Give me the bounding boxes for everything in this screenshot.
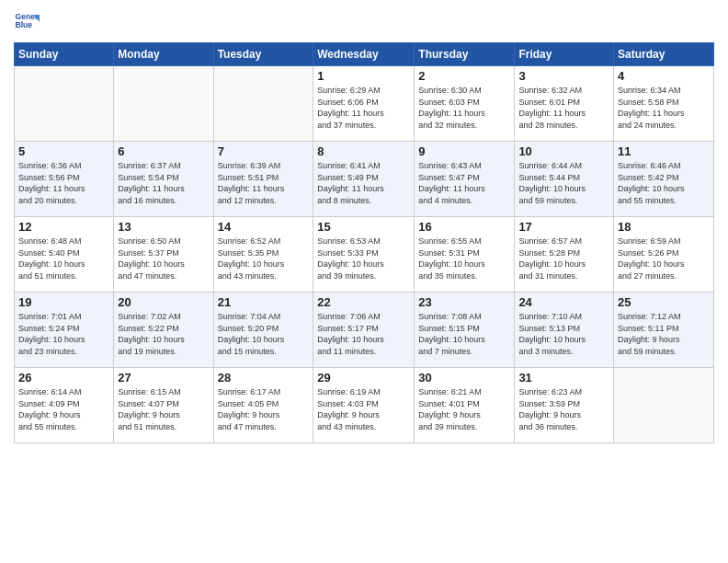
calendar-cell: 15Sunrise: 6:53 AM Sunset: 5:33 PM Dayli… [313, 217, 415, 293]
day-info: Sunrise: 6:29 AM Sunset: 6:06 PM Dayligh… [317, 85, 410, 131]
day-info: Sunrise: 6:32 AM Sunset: 6:01 PM Dayligh… [518, 85, 609, 131]
day-info: Sunrise: 6:57 AM Sunset: 5:28 PM Dayligh… [518, 236, 609, 282]
day-info: Sunrise: 6:39 AM Sunset: 5:51 PM Dayligh… [218, 160, 310, 206]
day-number: 7 [218, 144, 310, 158]
weekday-header-thursday: Thursday [415, 43, 515, 66]
day-number: 4 [618, 69, 710, 83]
day-number: 17 [518, 220, 609, 234]
logo: General Blue [14, 9, 40, 35]
day-info: Sunrise: 6:41 AM Sunset: 5:49 PM Dayligh… [317, 160, 410, 206]
day-number: 25 [618, 295, 710, 309]
calendar-week-row: 26Sunrise: 6:14 AM Sunset: 4:09 PM Dayli… [15, 368, 714, 443]
day-number: 31 [518, 371, 609, 385]
day-number: 27 [118, 371, 209, 385]
day-number: 29 [317, 371, 410, 385]
calendar-cell: 6Sunrise: 6:37 AM Sunset: 5:54 PM Daylig… [114, 142, 213, 217]
calendar-cell: 17Sunrise: 6:57 AM Sunset: 5:28 PM Dayli… [515, 217, 614, 293]
weekday-header-saturday: Saturday [614, 43, 714, 66]
day-number: 28 [218, 371, 310, 385]
day-info: Sunrise: 6:34 AM Sunset: 5:58 PM Dayligh… [618, 85, 710, 131]
day-info: Sunrise: 6:14 AM Sunset: 4:09 PM Dayligh… [18, 386, 109, 432]
day-number: 22 [317, 295, 410, 309]
day-info: Sunrise: 6:43 AM Sunset: 5:47 PM Dayligh… [418, 160, 510, 206]
day-info: Sunrise: 6:23 AM Sunset: 3:59 PM Dayligh… [518, 386, 609, 432]
day-number: 1 [317, 69, 410, 83]
day-number: 2 [418, 69, 510, 83]
calendar-cell: 24Sunrise: 7:10 AM Sunset: 5:13 PM Dayli… [515, 293, 614, 368]
day-info: Sunrise: 6:48 AM Sunset: 5:40 PM Dayligh… [18, 236, 109, 282]
day-info: Sunrise: 7:08 AM Sunset: 5:15 PM Dayligh… [418, 311, 510, 357]
day-info: Sunrise: 6:19 AM Sunset: 4:03 PM Dayligh… [317, 386, 410, 432]
calendar-cell [213, 66, 313, 142]
calendar-cell: 25Sunrise: 7:12 AM Sunset: 5:11 PM Dayli… [614, 293, 714, 368]
day-number: 20 [118, 295, 209, 309]
day-info: Sunrise: 7:04 AM Sunset: 5:20 PM Dayligh… [218, 311, 310, 357]
calendar-week-row: 1Sunrise: 6:29 AM Sunset: 6:06 PM Daylig… [15, 66, 714, 142]
day-number: 15 [317, 220, 410, 234]
calendar-page: General Blue SundayMondayTuesdayWednesda… [0, 0, 728, 563]
calendar-cell: 4Sunrise: 6:34 AM Sunset: 5:58 PM Daylig… [614, 66, 714, 142]
day-info: Sunrise: 6:59 AM Sunset: 5:26 PM Dayligh… [618, 236, 710, 282]
calendar-cell: 20Sunrise: 7:02 AM Sunset: 5:22 PM Dayli… [114, 293, 213, 368]
calendar-week-row: 5Sunrise: 6:36 AM Sunset: 5:56 PM Daylig… [15, 142, 714, 217]
calendar-cell: 16Sunrise: 6:55 AM Sunset: 5:31 PM Dayli… [415, 217, 515, 293]
calendar-cell: 11Sunrise: 6:46 AM Sunset: 5:42 PM Dayli… [614, 142, 714, 217]
day-number: 11 [618, 144, 710, 158]
day-info: Sunrise: 6:46 AM Sunset: 5:42 PM Dayligh… [618, 160, 710, 206]
weekday-header-sunday: Sunday [15, 43, 114, 66]
calendar-cell: 8Sunrise: 6:41 AM Sunset: 5:49 PM Daylig… [313, 142, 415, 217]
day-info: Sunrise: 6:30 AM Sunset: 6:03 PM Dayligh… [418, 85, 510, 131]
calendar-cell: 18Sunrise: 6:59 AM Sunset: 5:26 PM Dayli… [614, 217, 714, 293]
day-number: 8 [317, 144, 410, 158]
day-number: 30 [418, 371, 510, 385]
svg-text:Blue: Blue [16, 20, 33, 29]
calendar-cell: 27Sunrise: 6:15 AM Sunset: 4:07 PM Dayli… [114, 368, 213, 443]
day-info: Sunrise: 6:50 AM Sunset: 5:37 PM Dayligh… [118, 236, 209, 282]
calendar-table: SundayMondayTuesdayWednesdayThursdayFrid… [14, 42, 714, 443]
calendar-header: SundayMondayTuesdayWednesdayThursdayFrid… [15, 43, 714, 66]
day-info: Sunrise: 6:44 AM Sunset: 5:44 PM Dayligh… [518, 160, 609, 206]
day-info: Sunrise: 6:55 AM Sunset: 5:31 PM Dayligh… [418, 236, 510, 282]
day-info: Sunrise: 6:15 AM Sunset: 4:07 PM Dayligh… [118, 386, 209, 432]
day-number: 13 [118, 220, 209, 234]
day-info: Sunrise: 6:21 AM Sunset: 4:01 PM Dayligh… [418, 386, 510, 432]
calendar-week-row: 19Sunrise: 7:01 AM Sunset: 5:24 PM Dayli… [15, 293, 714, 368]
calendar-cell: 23Sunrise: 7:08 AM Sunset: 5:15 PM Dayli… [415, 293, 515, 368]
weekday-header-tuesday: Tuesday [213, 43, 313, 66]
calendar-cell: 2Sunrise: 6:30 AM Sunset: 6:03 PM Daylig… [415, 66, 515, 142]
calendar-cell: 14Sunrise: 6:52 AM Sunset: 5:35 PM Dayli… [213, 217, 313, 293]
day-info: Sunrise: 7:06 AM Sunset: 5:17 PM Dayligh… [317, 311, 410, 357]
logo-icon: General Blue [14, 9, 40, 35]
day-info: Sunrise: 7:12 AM Sunset: 5:11 PM Dayligh… [618, 311, 710, 357]
day-number: 6 [118, 144, 209, 158]
day-number: 21 [218, 295, 310, 309]
day-info: Sunrise: 6:36 AM Sunset: 5:56 PM Dayligh… [18, 160, 109, 206]
weekday-header-monday: Monday [114, 43, 213, 66]
day-number: 26 [18, 371, 109, 385]
calendar-cell: 7Sunrise: 6:39 AM Sunset: 5:51 PM Daylig… [213, 142, 313, 217]
calendar-cell: 26Sunrise: 6:14 AM Sunset: 4:09 PM Dayli… [15, 368, 114, 443]
calendar-week-row: 12Sunrise: 6:48 AM Sunset: 5:40 PM Dayli… [15, 217, 714, 293]
day-number: 18 [618, 220, 710, 234]
calendar-cell: 13Sunrise: 6:50 AM Sunset: 5:37 PM Dayli… [114, 217, 213, 293]
calendar-cell: 19Sunrise: 7:01 AM Sunset: 5:24 PM Dayli… [15, 293, 114, 368]
calendar-cell [114, 66, 213, 142]
day-number: 12 [18, 220, 109, 234]
day-number: 23 [418, 295, 510, 309]
day-info: Sunrise: 7:02 AM Sunset: 5:22 PM Dayligh… [118, 311, 209, 357]
day-number: 19 [18, 295, 109, 309]
calendar-cell: 9Sunrise: 6:43 AM Sunset: 5:47 PM Daylig… [415, 142, 515, 217]
day-number: 16 [418, 220, 510, 234]
calendar-cell: 1Sunrise: 6:29 AM Sunset: 6:06 PM Daylig… [313, 66, 415, 142]
calendar-cell: 22Sunrise: 7:06 AM Sunset: 5:17 PM Dayli… [313, 293, 415, 368]
day-number: 3 [518, 69, 609, 83]
day-number: 24 [518, 295, 609, 309]
day-number: 10 [518, 144, 609, 158]
weekday-header-row: SundayMondayTuesdayWednesdayThursdayFrid… [15, 43, 714, 66]
weekday-header-friday: Friday [515, 43, 614, 66]
day-info: Sunrise: 7:01 AM Sunset: 5:24 PM Dayligh… [18, 311, 109, 357]
day-info: Sunrise: 6:37 AM Sunset: 5:54 PM Dayligh… [118, 160, 209, 206]
calendar-cell: 28Sunrise: 6:17 AM Sunset: 4:05 PM Dayli… [213, 368, 313, 443]
calendar-cell: 10Sunrise: 6:44 AM Sunset: 5:44 PM Dayli… [515, 142, 614, 217]
day-number: 9 [418, 144, 510, 158]
